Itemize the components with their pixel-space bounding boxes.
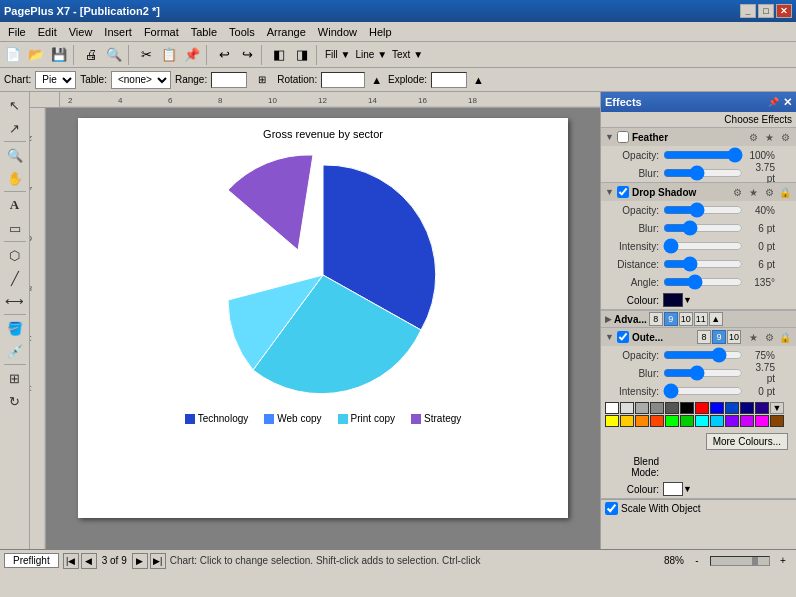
adv-btn-11[interactable]: 11 (694, 312, 708, 326)
close-button[interactable]: ✕ (776, 4, 792, 18)
ds-colour-swatch[interactable] (663, 293, 683, 307)
adv-btn-collapse[interactable]: ▲ (709, 312, 723, 326)
more-colours-button[interactable]: More Colours... (706, 433, 788, 450)
swatch-brown[interactable] (770, 415, 784, 427)
outer-btn-10[interactable]: 10 (727, 330, 741, 344)
line-tool[interactable]: ╱ (3, 267, 27, 289)
pan-tool[interactable]: ✋ (3, 167, 27, 189)
rotate-tool[interactable]: ↻ (3, 390, 27, 412)
swatch-orange[interactable] (635, 415, 649, 427)
save-button[interactable]: 💾 (48, 44, 70, 66)
ds-star-icon[interactable]: ★ (746, 185, 760, 199)
ds-colour-dropdown[interactable]: ▼ (683, 295, 692, 305)
adv-btn-8[interactable]: 8 (649, 312, 663, 326)
ds-opacity-slider[interactable] (663, 205, 743, 215)
outer-btn-9[interactable]: 9 (712, 330, 726, 344)
swatch-white[interactable] (605, 402, 619, 414)
undo-button[interactable]: ↩ (213, 44, 235, 66)
feather-opacity-slider[interactable] (663, 150, 743, 160)
swatch-mdgray[interactable] (650, 402, 664, 414)
fill-tool[interactable]: 🪣 (3, 317, 27, 339)
zoom-slider[interactable] (710, 556, 770, 566)
swatch-ltgray[interactable] (620, 402, 634, 414)
swatch-sky[interactable] (710, 415, 724, 427)
ds-distance-slider[interactable] (663, 259, 743, 269)
outer-btn-8[interactable]: 8 (697, 330, 711, 344)
range-input[interactable] (211, 72, 247, 88)
menu-format[interactable]: Format (138, 24, 185, 40)
text-tool[interactable]: A (3, 194, 27, 216)
effects-close-btn[interactable]: ✕ (783, 96, 792, 109)
minimize-button[interactable]: _ (740, 4, 756, 18)
swatch-red[interactable] (695, 402, 709, 414)
outer-intensity-slider[interactable] (663, 386, 743, 396)
swatch-navy[interactable] (740, 402, 754, 414)
select-tool[interactable]: ↖ (3, 94, 27, 116)
swatch-indigo[interactable] (755, 402, 769, 414)
swatch-green[interactable] (680, 415, 694, 427)
rotation-up[interactable]: ▲ (369, 74, 384, 86)
table-select[interactable]: <none> (111, 71, 171, 89)
drop-shadow-checkbox[interactable] (617, 186, 629, 198)
adv-btn-9[interactable]: 9 (664, 312, 678, 326)
outer-star-icon[interactable]: ★ (746, 330, 760, 344)
chart-type-select[interactable]: Pie (35, 71, 76, 89)
outer-lock-icon[interactable]: 🔒 (778, 330, 792, 344)
ds-icon1[interactable]: ⚙ (730, 185, 744, 199)
preflight-tab[interactable]: Preflight (4, 553, 59, 568)
page-first-button[interactable]: |◀ (63, 553, 79, 569)
chart-container[interactable]: Gross revenue by sector (78, 118, 568, 434)
page-prev-button[interactable]: ◀ (81, 553, 97, 569)
menu-table[interactable]: Table (185, 24, 223, 40)
menu-file[interactable]: File (2, 24, 32, 40)
shape-tool[interactable]: ⬡ (3, 244, 27, 266)
paste-button[interactable]: 📌 (181, 44, 203, 66)
feather-header[interactable]: ▼ Feather ⚙ ★ ⚙ (601, 128, 796, 146)
menu-view[interactable]: View (63, 24, 99, 40)
outer-blur-slider[interactable] (663, 368, 743, 378)
rotation-input[interactable]: -5.00° (321, 72, 365, 88)
explode-up[interactable]: ▲ (471, 74, 486, 86)
copy-button[interactable]: 📋 (158, 44, 180, 66)
align-left-button[interactable]: ◧ (268, 44, 290, 66)
range-icon-button[interactable]: ⊞ (251, 69, 273, 91)
outer-colour-swatch[interactable] (663, 482, 683, 496)
menu-insert[interactable]: Insert (98, 24, 138, 40)
swatch-blue[interactable] (710, 402, 724, 414)
feather-checkbox[interactable] (617, 131, 629, 143)
menu-arrange[interactable]: Arrange (261, 24, 312, 40)
pointer-tool[interactable]: ↗ (3, 117, 27, 139)
zoom-in-button[interactable]: + (774, 553, 792, 569)
feather-gear-icon[interactable]: ⚙ (778, 130, 792, 144)
swatch-black[interactable] (680, 402, 694, 414)
swatch-purple[interactable] (725, 415, 739, 427)
advanced-row[interactable]: ▶ Adva... 8 9 10 11 ▲ (601, 310, 796, 328)
drop-shadow-header[interactable]: ▼ Drop Shadow ⚙ ★ ⚙ 🔒 (601, 183, 796, 201)
feather-icon1[interactable]: ⚙ (746, 130, 760, 144)
outer-gear-icon[interactable]: ⚙ (762, 330, 776, 344)
print-preview-button[interactable]: 🔍 (103, 44, 125, 66)
scale-with-object-checkbox[interactable] (605, 502, 618, 515)
page-last-button[interactable]: ▶| (150, 553, 166, 569)
effects-pin-icon[interactable]: 📌 (768, 97, 779, 107)
redo-button[interactable]: ↪ (236, 44, 258, 66)
feather-blur-slider[interactable] (663, 168, 743, 178)
ds-lock-icon[interactable]: 🔒 (778, 185, 792, 199)
connector-tool[interactable]: ⟷ (3, 290, 27, 312)
pie-chart[interactable] (88, 145, 558, 405)
eyedropper-tool[interactable]: 💉 (3, 340, 27, 362)
swatch-yellow[interactable] (605, 415, 619, 427)
cut-button[interactable]: ✂ (135, 44, 157, 66)
outer-glow-checkbox[interactable] (617, 331, 629, 343)
open-button[interactable]: 📂 (25, 44, 47, 66)
zoom-tool[interactable]: 🔍 (3, 144, 27, 166)
maximize-button[interactable]: □ (758, 4, 774, 18)
menu-edit[interactable]: Edit (32, 24, 63, 40)
swatch-orange-red[interactable] (650, 415, 664, 427)
new-button[interactable]: 📄 (2, 44, 24, 66)
swatch-gray[interactable] (635, 402, 649, 414)
outer-colour-dropdown[interactable]: ▼ (683, 484, 692, 494)
ds-gear-icon[interactable]: ⚙ (762, 185, 776, 199)
feather-icon2[interactable]: ★ (762, 130, 776, 144)
outer-opacity-slider[interactable] (663, 350, 743, 360)
